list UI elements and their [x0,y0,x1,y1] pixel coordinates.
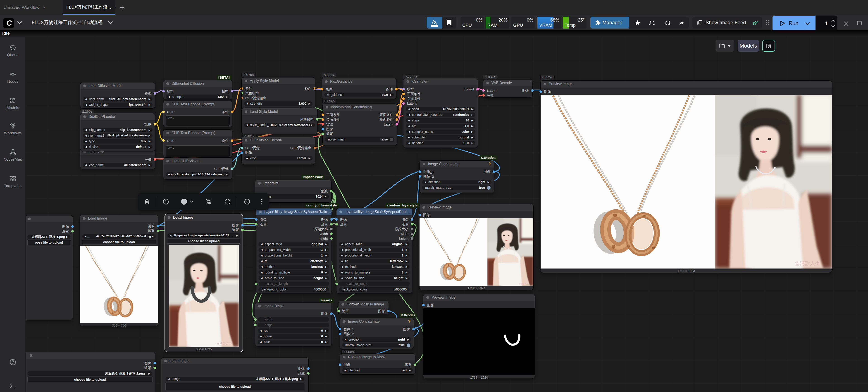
svg-text:C: C [6,19,12,27]
